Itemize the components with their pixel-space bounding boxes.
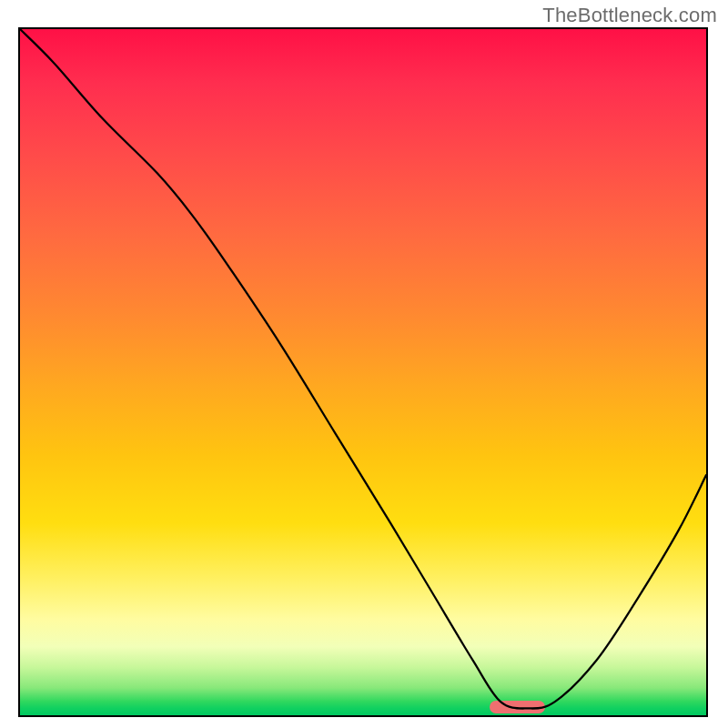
plot-inner — [20, 29, 706, 715]
chart-root: TheBottleneck.com — [0, 0, 728, 728]
watermark-text: TheBottleneck.com — [542, 4, 717, 27]
bottleneck-curve — [20, 29, 706, 715]
plot-frame — [18, 27, 708, 717]
